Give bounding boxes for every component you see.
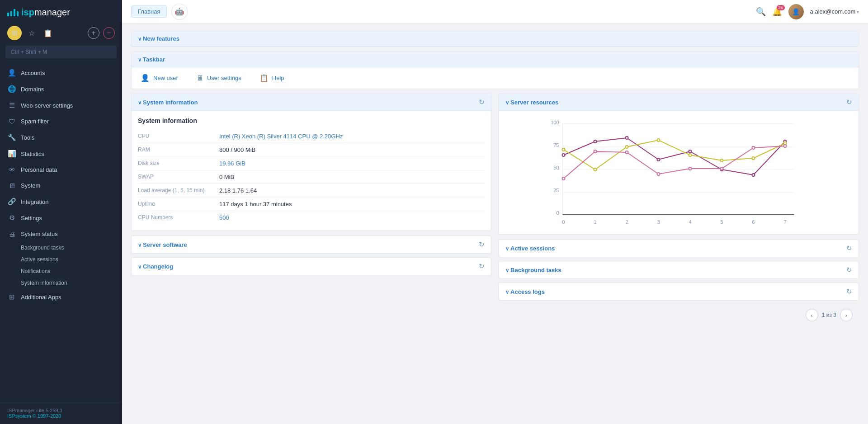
- background-tasks-panel: Background tasks ↻: [499, 261, 859, 279]
- left-column: System information ↻ System information …: [131, 94, 491, 326]
- clipboard-icon[interactable]: 📋: [42, 27, 54, 39]
- add-tab-button[interactable]: +: [88, 27, 99, 39]
- search-input[interactable]: [5, 46, 117, 58]
- prev-page-button[interactable]: ‹: [806, 309, 818, 321]
- sysinfo-ram-row: RAM 800 / 900 MiB: [138, 143, 485, 157]
- taskbar-header[interactable]: Taskbar: [132, 52, 859, 67]
- right-column: Server resources ↻ 100 75 50 25 0 0: [499, 94, 859, 326]
- sysinfo-swap-value: 0 MiB: [219, 174, 234, 180]
- next-page-button[interactable]: ›: [840, 309, 853, 321]
- access-logs-refresh-icon[interactable]: ↻: [846, 287, 852, 296]
- svg-text:100: 100: [551, 120, 559, 125]
- notifications-icon[interactable]: 🔔 24: [772, 7, 782, 17]
- new-features-header[interactable]: New features: [132, 31, 859, 47]
- sidebar-subitem-system-information[interactable]: System information: [0, 277, 122, 289]
- logo: ispmanager: [0, 0, 122, 23]
- server-resources-header[interactable]: Server resources ↻: [499, 94, 859, 111]
- sidebar: ispmanager ⊞ ☆ 📋 + − 👤 Accounts 🌐 Domain…: [0, 0, 122, 424]
- server-resources-panel: Server resources ↻ 100 75 50 25 0 0: [499, 94, 859, 235]
- content-area: New features Taskbar 👤 New user 🖥 User s…: [122, 24, 868, 424]
- copyright-link[interactable]: ISPsystem © 1997-2020: [7, 413, 61, 419]
- help-button[interactable]: 📋 Help: [259, 74, 284, 82]
- background-tasks-refresh-icon[interactable]: ↻: [846, 266, 852, 274]
- sidebar-item-integration[interactable]: 🔗 Integration: [0, 193, 122, 210]
- new-features-title: New features: [138, 35, 179, 42]
- svg-point-30: [657, 139, 660, 141]
- svg-point-22: [657, 158, 660, 161]
- robot-icon-button[interactable]: 🤖: [171, 4, 188, 20]
- active-sessions-header[interactable]: Active sessions ↻: [499, 240, 859, 257]
- sysinfo-cpu-value[interactable]: Intel (R) Xeon (R) Silver 4114 CPU @ 2.2…: [219, 133, 343, 140]
- server-resources-refresh-icon[interactable]: ↻: [846, 98, 852, 106]
- star-icon[interactable]: ☆: [25, 27, 38, 39]
- search-icon[interactable]: 🔍: [756, 7, 766, 17]
- home-icon[interactable]: ⊞: [7, 26, 22, 40]
- sidebar-item-statistics[interactable]: 📊 Statistics: [0, 146, 122, 162]
- svg-point-36: [594, 150, 597, 153]
- sidebar-item-accounts[interactable]: 👤 Accounts: [0, 65, 122, 81]
- svg-point-40: [721, 167, 723, 170]
- access-logs-header[interactable]: Access logs ↻: [499, 283, 859, 300]
- help-icon: 📋: [259, 74, 269, 82]
- sidebar-subitem-notifications[interactable]: Notifications: [0, 265, 122, 277]
- system-info-body: System information CPU Intel (R) Xeon (R…: [132, 111, 491, 231]
- svg-text:1: 1: [594, 219, 596, 225]
- background-tasks-header[interactable]: Background tasks ↻: [499, 261, 859, 278]
- sidebar-subitem-background-tasks[interactable]: Background tasks: [0, 242, 122, 254]
- svg-point-28: [594, 168, 597, 171]
- sysinfo-ram-value: 800 / 900 MiB: [219, 146, 255, 153]
- sidebar-icon-bar: ⊞ ☆ 📋 + −: [0, 23, 122, 46]
- page-info: 1 из 3: [822, 312, 836, 318]
- changelog-header[interactable]: Changelog ↻: [132, 258, 491, 275]
- sysinfo-cpu-row: CPU Intel (R) Xeon (R) Silver 4114 CPU @…: [138, 130, 485, 143]
- svg-text:25: 25: [553, 188, 559, 193]
- sidebar-item-label: Settings: [21, 215, 42, 221]
- sysinfo-disk-row: Disk size 19.96 GiB: [138, 157, 485, 170]
- sysinfo-cpunum-value[interactable]: 500: [219, 214, 229, 221]
- sidebar-item-additional-apps[interactable]: ⊞ Additional Apps: [0, 289, 122, 305]
- sidebar-item-settings[interactable]: ⚙ Settings: [0, 210, 122, 226]
- svg-point-33: [752, 157, 755, 160]
- sysinfo-load-row: Load average (1, 5, 15 min) 2.18 1.76 1.…: [138, 184, 485, 198]
- system-info-refresh-icon[interactable]: ↻: [479, 98, 485, 106]
- system-status-icon: 🖨: [7, 230, 16, 238]
- sidebar-item-system[interactable]: 🖥 System: [0, 178, 122, 193]
- sysinfo-disk-value[interactable]: 19.96 GiB: [219, 160, 245, 167]
- sidebar-footer: ISPmanager Lite 5.259.0 ISPsystem © 1997…: [0, 402, 122, 424]
- topbar: Главная 🤖 🔍 🔔 24 👤 a.alex@com.com: [122, 0, 868, 24]
- svg-point-31: [689, 154, 692, 156]
- new-user-icon: 👤: [141, 74, 150, 82]
- sysinfo-ram-label: RAM: [138, 146, 219, 153]
- sidebar-subitem-active-sessions[interactable]: Active sessions: [0, 254, 122, 265]
- background-tasks-title: Background tasks: [505, 267, 561, 273]
- home-breadcrumb[interactable]: Главная: [131, 5, 167, 18]
- new-user-button[interactable]: 👤 New user: [141, 74, 178, 82]
- new-user-label: New user: [153, 75, 178, 81]
- server-software-refresh-icon[interactable]: ↻: [479, 240, 485, 249]
- sidebar-item-web-server-settings[interactable]: ☰ Web-server settings: [0, 97, 122, 113]
- sidebar-item-spam-filter[interactable]: 🛡 Spam filter: [0, 113, 122, 129]
- sidebar-item-label: Additional Apps: [21, 294, 61, 301]
- svg-point-41: [752, 146, 755, 149]
- changelog-title: Changelog: [138, 263, 173, 270]
- sidebar-item-tools[interactable]: 🔧 Tools: [0, 129, 122, 146]
- sidebar-item-personal-data[interactable]: 👁 Personal data: [0, 162, 122, 178]
- user-settings-button[interactable]: 🖥 User settings: [196, 74, 241, 82]
- additional-apps-icon: ⊞: [7, 293, 16, 301]
- server-software-header[interactable]: Server software ↻: [132, 236, 491, 253]
- sysinfo-load-label: Load average (1, 5, 15 min): [138, 187, 219, 194]
- system-info-header[interactable]: System information ↻: [132, 94, 491, 111]
- sidebar-item-label: Accounts: [21, 70, 45, 76]
- sysinfo-uptime-value: 117 days 1 hour 37 minutes: [219, 201, 292, 207]
- logo-icon: [7, 9, 19, 16]
- user-name[interactable]: a.alex@com.com: [810, 8, 859, 15]
- sidebar-item-domains[interactable]: 🌐 Domains: [0, 81, 122, 97]
- changelog-refresh-icon[interactable]: ↻: [479, 262, 485, 270]
- sidebar-item-system-status[interactable]: 🖨 System status: [0, 226, 122, 242]
- svg-point-20: [594, 140, 597, 143]
- access-logs-title: Access logs: [505, 288, 545, 295]
- remove-tab-button[interactable]: −: [103, 27, 115, 39]
- active-sessions-refresh-icon[interactable]: ↻: [846, 244, 852, 252]
- sidebar-item-label: Domains: [21, 86, 44, 93]
- user-settings-icon: 🖥: [196, 74, 203, 82]
